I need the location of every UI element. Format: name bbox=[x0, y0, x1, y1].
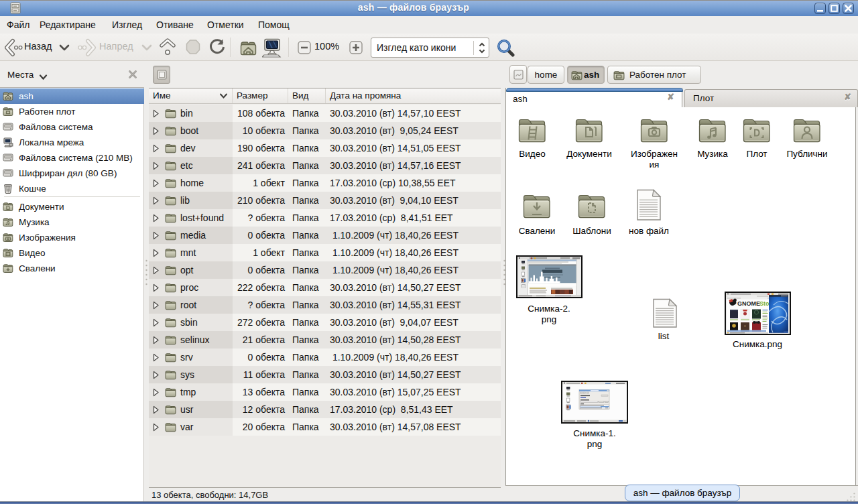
svg-text:GNOME: GNOME bbox=[737, 300, 760, 307]
